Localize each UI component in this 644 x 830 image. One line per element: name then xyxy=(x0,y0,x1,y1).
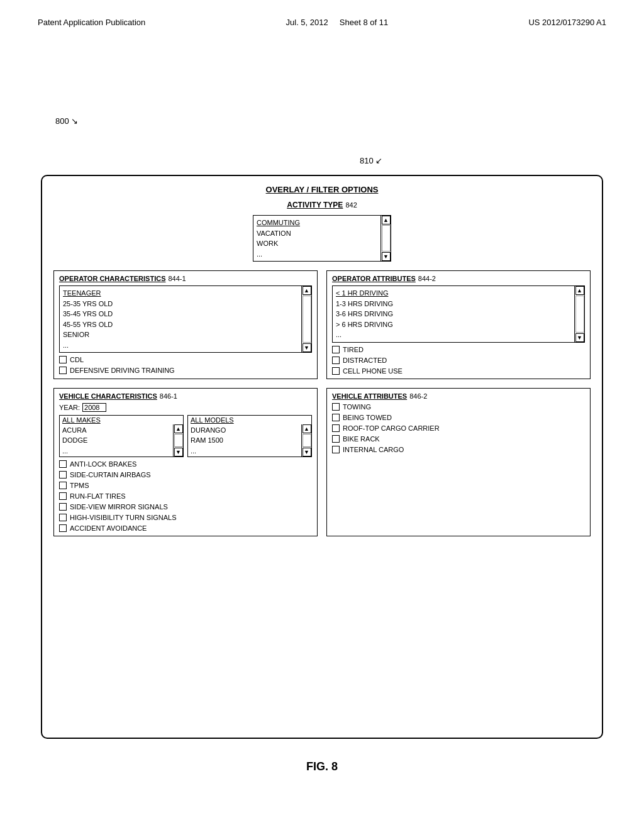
oc-checkbox-ddt[interactable]: DEFENSIVE DRIVING TRAINING xyxy=(59,367,312,374)
checkbox-beingtowed[interactable] xyxy=(332,414,340,421)
oc-item-35-45[interactable]: 35-45 YRS OLD xyxy=(63,309,298,319)
oa-item-1-3hr[interactable]: 1-3 HRS DRIVING xyxy=(336,299,571,309)
checkbox-rooftop-label: ROOF-TOP CARGO CARRIER xyxy=(343,424,440,432)
year-input[interactable] xyxy=(82,403,106,412)
oc-item-45-55[interactable]: 45-55 YRS OLD xyxy=(63,319,298,330)
vc-checkbox-mirror[interactable]: SIDE-VIEW MIRROR SIGNALS xyxy=(59,503,312,511)
vc-checkbox-abs[interactable]: ANTI-LOCK BRAKES xyxy=(59,460,312,468)
checkbox-runflat[interactable] xyxy=(59,492,67,500)
operator-attributes-listbox[interactable]: < 1 HR DRIVING 1-3 HRS DRIVING 3-6 HRS D… xyxy=(332,285,585,343)
oa-checkbox-cellphone[interactable]: CELL PHONE USE xyxy=(332,367,585,375)
operator-attributes-ref: 844-2 xyxy=(418,275,436,282)
checkbox-turn[interactable] xyxy=(59,514,67,521)
operator-characteristics-header: OPERATOR CHARACTERISTICS 844-1 xyxy=(59,275,312,282)
checkbox-internalcargo[interactable] xyxy=(332,446,340,453)
checkbox-towing[interactable] xyxy=(332,403,340,411)
models-scroll-up[interactable]: ▲ xyxy=(303,424,311,433)
header-publication: Patent Application Publication xyxy=(38,18,145,27)
oa-item-3-6hr[interactable]: 3-6 HRS DRIVING xyxy=(336,309,571,319)
checkbox-ddt[interactable] xyxy=(59,367,67,374)
oc-scroll-up[interactable]: ▲ xyxy=(303,286,311,295)
operator-characteristics-listbox[interactable]: TEENAGER 25-35 YRS OLD 35-45 YRS OLD 45-… xyxy=(59,285,312,353)
oa-item-gt6hr[interactable]: > 6 HRS DRIVING xyxy=(336,319,571,330)
checkbox-cellphone[interactable] xyxy=(332,367,340,375)
checkbox-tpms[interactable] xyxy=(59,482,67,489)
va-checkbox-bikerack[interactable]: BIKE RACK xyxy=(332,435,585,443)
models-item-durango[interactable]: DURANGO xyxy=(191,425,299,436)
oa-scroll-up[interactable]: ▲ xyxy=(575,286,584,295)
oc-item-25-35[interactable]: 25-35 YRS OLD xyxy=(63,299,298,309)
checkbox-distracted[interactable] xyxy=(332,357,340,364)
makes-listbox[interactable]: ALL MAKES ACURA DODGE ... ▲ ▼ xyxy=(59,415,184,458)
activity-item-vacation[interactable]: VACATION xyxy=(257,228,377,239)
oc-scroll-down[interactable]: ▼ xyxy=(303,343,311,352)
makes-item-dodge[interactable]: DODGE xyxy=(62,435,170,446)
operator-characteristics-items: TEENAGER 25-35 YRS OLD 35-45 YRS OLD 45-… xyxy=(60,286,301,352)
vehicle-checkbox-list: ANTI-LOCK BRAKES SIDE-CURTAIN AIRBAGS TP… xyxy=(59,460,312,532)
models-listbox[interactable]: ALL MODELS DURANGO RAM 1500 ... ▲ ▼ xyxy=(187,415,312,458)
makes-item-acura[interactable]: ACURA xyxy=(62,425,170,436)
vc-checkbox-tpms[interactable]: TPMS xyxy=(59,482,312,489)
checkbox-rooftop[interactable] xyxy=(332,424,340,432)
page-header: Patent Application Publication Jul. 5, 2… xyxy=(0,0,644,27)
models-scroll-down[interactable]: ▼ xyxy=(303,448,311,456)
vc-checkbox-runflat[interactable]: RUN-FLAT TIRES xyxy=(59,492,312,500)
makes-item-more[interactable]: ... xyxy=(62,446,170,456)
checkbox-tired[interactable] xyxy=(332,346,340,353)
activity-scroll-down[interactable]: ▼ xyxy=(382,252,391,261)
vc-checkbox-airbags[interactable]: SIDE-CURTAIN AIRBAGS xyxy=(59,471,312,479)
models-item-more[interactable]: ... xyxy=(191,446,299,456)
makes-scrollbar[interactable]: ▲ ▼ xyxy=(173,424,183,457)
activity-item-work[interactable]: WORK xyxy=(257,238,377,249)
models-scroll-track[interactable] xyxy=(303,434,311,448)
vc-checkbox-turn[interactable]: HIGH-VISIBILITY TURN SIGNALS xyxy=(59,514,312,521)
vehicle-characteristics-box: VEHICLE CHARACTERISTICS 846-1 YEAR: ALL … xyxy=(53,388,318,537)
activity-scroll-up[interactable]: ▲ xyxy=(382,216,391,224)
checkbox-mirror[interactable] xyxy=(59,503,67,511)
activity-listbox[interactable]: COMMUTING VACATION WORK ... ▲ ▼ xyxy=(253,215,391,262)
makes-scroll-track[interactable] xyxy=(174,434,183,448)
activity-scroll-track[interactable] xyxy=(382,225,391,252)
vehicle-characteristics-header: VEHICLE CHARACTERISTICS 846-1 xyxy=(59,392,312,400)
oc-item-senior[interactable]: SENIOR xyxy=(63,329,298,340)
activity-item-more[interactable]: ... xyxy=(257,249,377,260)
models-list-content: DURANGO RAM 1500 ... ▲ ▼ xyxy=(188,424,311,457)
activity-scrollbar[interactable]: ▲ ▼ xyxy=(380,216,391,261)
models-scrollbar[interactable]: ▲ ▼ xyxy=(301,424,311,457)
checkbox-airbags-label: SIDE-CURTAIN AIRBAGS xyxy=(70,471,151,479)
oc-item-teenager[interactable]: TEENAGER xyxy=(63,288,298,299)
checkbox-airbags[interactable] xyxy=(59,471,67,479)
oa-scrollbar[interactable]: ▲ ▼ xyxy=(574,286,584,342)
checkbox-cdl[interactable] xyxy=(59,356,67,363)
va-checkbox-rooftop[interactable]: ROOF-TOP CARGO CARRIER xyxy=(332,424,585,432)
checkbox-abs[interactable] xyxy=(59,460,67,468)
checkbox-ddt-label: DEFENSIVE DRIVING TRAINING xyxy=(70,367,175,374)
operator-characteristics-box: OPERATOR CHARACTERISTICS 844-1 TEENAGER … xyxy=(53,270,318,379)
va-checkbox-beingtowed[interactable]: BEING TOWED xyxy=(332,414,585,421)
oa-item-lt1hr[interactable]: < 1 HR DRIVING xyxy=(336,288,571,299)
activity-item-commuting[interactable]: COMMUTING xyxy=(257,218,377,228)
models-item-ram1500[interactable]: RAM 1500 xyxy=(191,435,299,446)
oa-item-more[interactable]: ... xyxy=(336,329,571,340)
oa-checkbox-tired[interactable]: TIRED xyxy=(332,346,585,353)
makes-scroll-up[interactable]: ▲ xyxy=(174,424,183,433)
makes-scroll-down[interactable]: ▼ xyxy=(174,448,183,456)
checkbox-distracted-label: DISTRACTED xyxy=(343,357,387,364)
oc-item-more[interactable]: ... xyxy=(63,340,298,351)
vehicle-attributes-ref: 846-2 xyxy=(409,392,427,400)
va-checkbox-towing[interactable]: TOWING xyxy=(332,403,585,411)
oa-scroll-down[interactable]: ▼ xyxy=(575,333,584,342)
checkbox-accident-label: ACCIDENT AVOIDANCE xyxy=(70,524,147,532)
oc-scrollbar[interactable]: ▲ ▼ xyxy=(301,286,311,352)
oa-checkbox-distracted[interactable]: DISTRACTED xyxy=(332,357,585,364)
vc-checkbox-accident[interactable]: ACCIDENT AVOIDANCE xyxy=(59,524,312,532)
checkbox-accident[interactable] xyxy=(59,524,67,532)
oc-scroll-track[interactable] xyxy=(303,296,311,343)
checkbox-bikerack[interactable] xyxy=(332,435,340,443)
operator-attributes-items: < 1 HR DRIVING 1-3 HRS DRIVING 3-6 HRS D… xyxy=(333,286,574,342)
oc-checkbox-cdl[interactable]: CDL xyxy=(59,356,312,363)
main-overlay-box: OVERLAY / FILTER OPTIONS ACTIVITY TYPE 8… xyxy=(41,175,603,739)
oa-scroll-track[interactable] xyxy=(575,296,584,333)
year-row: YEAR: xyxy=(59,403,312,412)
va-checkbox-internalcargo[interactable]: INTERNAL CARGO xyxy=(332,446,585,453)
